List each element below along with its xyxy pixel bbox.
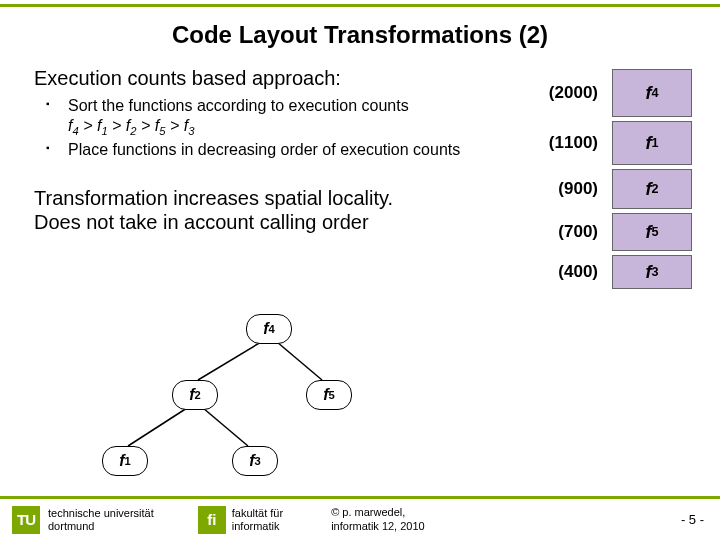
f-subscript: 1	[125, 455, 131, 467]
bullet-item: Place functions in decreasing order of e…	[68, 140, 510, 160]
bullet-text: Sort the functions according to executio…	[68, 97, 409, 114]
f-subscript: 3	[651, 265, 658, 279]
f-subscript: 4	[651, 86, 658, 100]
bullet-text: Place functions in decreasing order of e…	[68, 141, 460, 158]
exec-count: (400)	[542, 262, 598, 282]
f-subscript: 5	[329, 389, 335, 401]
function-order: f4 > f1 > f2 > f5 > f3	[68, 117, 194, 134]
exec-count: (1100)	[542, 133, 598, 153]
svg-line-3	[203, 408, 248, 446]
function-box: f5	[612, 213, 692, 251]
table-row: (2000) f4	[518, 69, 692, 117]
function-box: f2	[612, 169, 692, 209]
f-subscript: 4	[269, 323, 275, 335]
table-row: (1100) f1	[518, 121, 692, 165]
tree-node-root: f4	[246, 314, 292, 344]
followup-line: Transformation increases spatial localit…	[34, 187, 393, 209]
faculty-block: fi fakultät für informatik	[198, 506, 283, 534]
tu-logo-box: TU	[12, 506, 40, 534]
tree-node: f2	[172, 380, 218, 410]
faculty-name: fakultät für informatik	[232, 507, 283, 531]
page-number: - 5 -	[681, 512, 708, 527]
exec-count: (2000)	[542, 83, 598, 103]
table-row: (700) f5	[518, 213, 692, 251]
f-subscript: 5	[651, 225, 658, 239]
bullet-list: Sort the functions according to executio…	[34, 96, 510, 160]
copyright: © p. marwedel, informatik 12, 2010	[331, 506, 425, 532]
function-box: f1	[612, 121, 692, 165]
university-name: technische universität dortmund	[48, 507, 154, 531]
function-box: f4	[612, 69, 692, 117]
function-box: f3	[612, 255, 692, 289]
exec-count: (700)	[542, 222, 598, 242]
cp-line1: © p. marwedel,	[331, 506, 405, 518]
followup-text: Transformation increases spatial localit…	[34, 186, 510, 234]
f-subscript: 2	[195, 389, 201, 401]
tree-node: f3	[232, 446, 278, 476]
fi-logo: fi	[198, 506, 226, 534]
table-row: (400) f3	[518, 255, 692, 289]
fi-line2: informatik	[232, 520, 280, 532]
followup-line: Does not take in account calling order	[34, 211, 369, 233]
section-heading: Execution counts based approach:	[34, 67, 510, 90]
tu-logo: TU	[12, 506, 40, 534]
table-row: (900) f2	[518, 169, 692, 209]
exec-count: (900)	[542, 179, 598, 199]
f-subscript: 3	[255, 455, 261, 467]
right-column: (2000) f4 (1100) f1 (900) f2 (700) f5 (4…	[518, 67, 692, 293]
tree-node: f1	[102, 446, 148, 476]
slide-title: Code Layout Transformations (2)	[0, 7, 720, 67]
footer: TU technische universität dortmund fi fa…	[0, 496, 720, 540]
tree-node: f5	[306, 380, 352, 410]
svg-line-1	[277, 342, 322, 380]
uni-line1: technische universität	[48, 507, 154, 519]
uni-line2: dortmund	[48, 520, 94, 532]
svg-line-0	[198, 342, 261, 380]
svg-line-2	[128, 408, 187, 446]
call-tree: f4 f2 f5 f1 f3	[90, 312, 400, 482]
cp-line2: informatik 12, 2010	[331, 520, 425, 532]
content-area: Execution counts based approach: Sort th…	[0, 67, 720, 293]
fi-line1: fakultät für	[232, 507, 283, 519]
f-subscript: 1	[651, 136, 658, 150]
f-subscript: 2	[651, 182, 658, 196]
bullet-item: Sort the functions according to executio…	[68, 96, 510, 138]
left-column: Execution counts based approach: Sort th…	[34, 67, 518, 293]
